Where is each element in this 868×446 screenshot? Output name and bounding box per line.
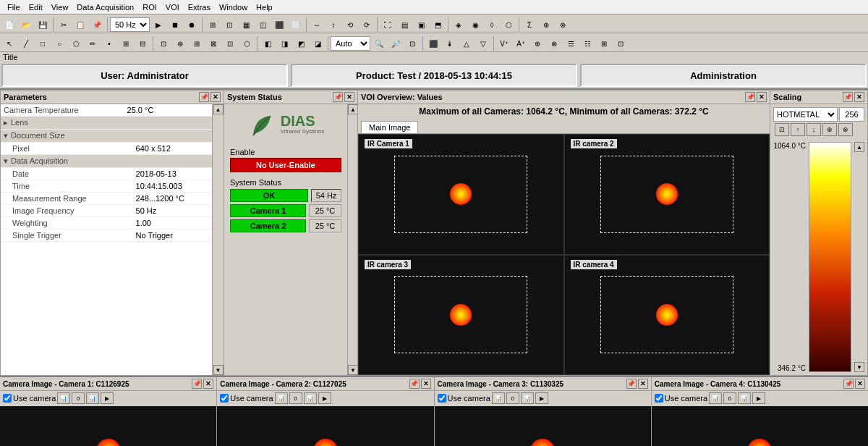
cut-button[interactable]: ✂: [56, 17, 72, 33]
btn-c[interactable]: ▦: [238, 17, 254, 33]
color-btn2[interactable]: 🌡: [442, 35, 458, 51]
roi-btn4[interactable]: ⊠: [205, 35, 221, 51]
btn-a[interactable]: ⊞: [205, 17, 221, 33]
grid-btn[interactable]: ⊟: [135, 35, 150, 51]
pin-btn-cam2[interactable]: 📌: [409, 379, 420, 389]
scroll-down[interactable]: ▼: [213, 365, 224, 375]
zoom-out[interactable]: 🔎: [388, 35, 404, 51]
misc-btn6[interactable]: ☷: [579, 35, 595, 51]
roi-btn7[interactable]: ◧: [260, 35, 276, 51]
btn-u[interactable]: ⊗: [555, 17, 571, 33]
close-button-sc[interactable]: ✕: [854, 92, 864, 102]
sc-btn-4[interactable]: ⊕: [822, 123, 837, 136]
cam1-tb-btn3[interactable]: 📊: [86, 392, 99, 404]
cam4-tb-btn2[interactable]: 0: [723, 392, 736, 404]
btn-g[interactable]: ↔: [309, 17, 325, 33]
roi-btn5[interactable]: ⊡: [222, 35, 238, 51]
close-button-voi[interactable]: ✕: [757, 92, 767, 102]
point-btn[interactable]: •: [101, 35, 117, 51]
cam2-tb-btn3[interactable]: 📊: [304, 392, 317, 404]
cursor-btn[interactable]: ↖: [1, 35, 17, 51]
snap-btn[interactable]: ⊞: [118, 35, 134, 51]
color-btn4[interactable]: ▽: [475, 35, 491, 51]
open-button[interactable]: 📂: [18, 17, 34, 33]
use-camera-4-checkbox[interactable]: [655, 394, 663, 403]
rect-btn[interactable]: □: [35, 35, 51, 51]
cam1-tb-btn2[interactable]: 0: [72, 392, 85, 404]
pin-btn-cam3[interactable]: 📌: [626, 379, 637, 389]
menu-help[interactable]: Help: [252, 1, 277, 13]
sc-btn-1[interactable]: ⊡: [775, 123, 789, 136]
parameters-scrollbar[interactable]: ▲ ▼: [212, 104, 224, 375]
roi-btn6[interactable]: ⬡: [239, 35, 255, 51]
cam2-tb-btn1[interactable]: 📊: [275, 392, 288, 404]
misc-btn8[interactable]: ⊡: [613, 35, 629, 51]
btn-p[interactable]: ◉: [467, 17, 483, 33]
sc-btn-3[interactable]: ↓: [807, 123, 821, 136]
freq-select[interactable]: 50 Hz: [110, 17, 150, 32]
use-camera-3-checkbox[interactable]: [438, 394, 446, 403]
stop-button[interactable]: ⏹: [167, 17, 183, 33]
freehand-btn[interactable]: ✏: [85, 35, 101, 51]
misc-btn7[interactable]: ⊞: [596, 35, 612, 51]
fit-btn[interactable]: ⊡: [404, 35, 420, 51]
menu-file[interactable]: File: [3, 1, 25, 13]
system-status-scrollbar[interactable]: ▲ ▼: [347, 104, 357, 375]
pin-btn-cam1[interactable]: 📌: [192, 379, 202, 389]
use-camera-2-checkbox[interactable]: [220, 394, 229, 403]
polygon-btn[interactable]: ⬠: [68, 35, 84, 51]
palette-select[interactable]: HOTMETAL: [773, 107, 838, 122]
btn-l[interactable]: ▤: [396, 17, 412, 33]
paste-button[interactable]: 📌: [89, 17, 105, 33]
roi-btn10[interactable]: ◪: [310, 35, 326, 51]
roi-btn1[interactable]: ⊡: [156, 35, 171, 51]
color-btn3[interactable]: △: [459, 35, 475, 51]
menu-extras[interactable]: Extras: [184, 1, 215, 13]
copy-button[interactable]: 📋: [72, 17, 88, 33]
roi-btn8[interactable]: ◨: [276, 35, 292, 51]
btn-e[interactable]: ⬛: [271, 17, 287, 33]
mode-select[interactable]: Auto: [331, 36, 370, 51]
new-button[interactable]: 📄: [1, 17, 17, 33]
btn-i[interactable]: ⟲: [342, 17, 358, 33]
menu-voi[interactable]: VOI: [161, 1, 184, 13]
btn-j[interactable]: ⟳: [359, 17, 375, 33]
btn-o[interactable]: ◈: [451, 17, 467, 33]
color-btn1[interactable]: ⬛: [425, 35, 441, 51]
ellipse-btn[interactable]: ○: [51, 35, 67, 51]
close-btn-cam1[interactable]: ✕: [203, 379, 213, 389]
close-button-ss[interactable]: ✕: [344, 92, 354, 102]
play-button[interactable]: ▶: [150, 17, 166, 33]
cam1-tb-btn1[interactable]: 📊: [57, 392, 70, 404]
pin-button-ss[interactable]: 📌: [333, 92, 343, 102]
scroll-down-ss[interactable]: ▼: [348, 365, 357, 375]
cam3-tb-btn4[interactable]: ▶: [535, 392, 548, 404]
btn-n[interactable]: ⬒: [430, 17, 446, 33]
misc-btn4[interactable]: ⊗: [546, 35, 562, 51]
btn-r[interactable]: ⬡: [501, 17, 516, 33]
pin-btn-cam4[interactable]: 📌: [843, 379, 854, 389]
cam1-tb-btn4[interactable]: ▶: [101, 392, 114, 404]
misc-btn2[interactable]: A⁺: [513, 35, 529, 51]
close-btn-cam3[interactable]: ✕: [638, 379, 648, 389]
line-btn[interactable]: ╱: [18, 35, 34, 51]
scroll-up[interactable]: ▲: [213, 104, 224, 114]
close-btn-cam4[interactable]: ✕: [855, 379, 865, 389]
misc-btn1[interactable]: V⁺: [496, 35, 512, 51]
cam2-tb-btn2[interactable]: 0: [289, 392, 302, 404]
zoom-in[interactable]: 🔍: [371, 35, 387, 51]
cb-scroll-down[interactable]: ▼: [854, 362, 864, 372]
btn-d[interactable]: ◫: [255, 17, 271, 33]
roi-btn9[interactable]: ◩: [293, 35, 309, 51]
pin-button-voi[interactable]: 📌: [745, 92, 755, 102]
cb-scroll-up[interactable]: ▲: [854, 142, 864, 152]
btn-t[interactable]: ⊕: [538, 17, 554, 33]
save-button[interactable]: 💾: [35, 17, 51, 33]
use-camera-1-checkbox[interactable]: [3, 394, 12, 403]
record-button[interactable]: ⏺: [184, 17, 200, 33]
close-btn-cam2[interactable]: ✕: [421, 379, 431, 389]
menu-roi[interactable]: ROI: [138, 1, 161, 13]
scroll-up-ss[interactable]: ▲: [348, 104, 357, 114]
menu-data-acquisition[interactable]: Data Acquisition: [72, 1, 138, 13]
btn-f[interactable]: ⬜: [288, 17, 304, 33]
